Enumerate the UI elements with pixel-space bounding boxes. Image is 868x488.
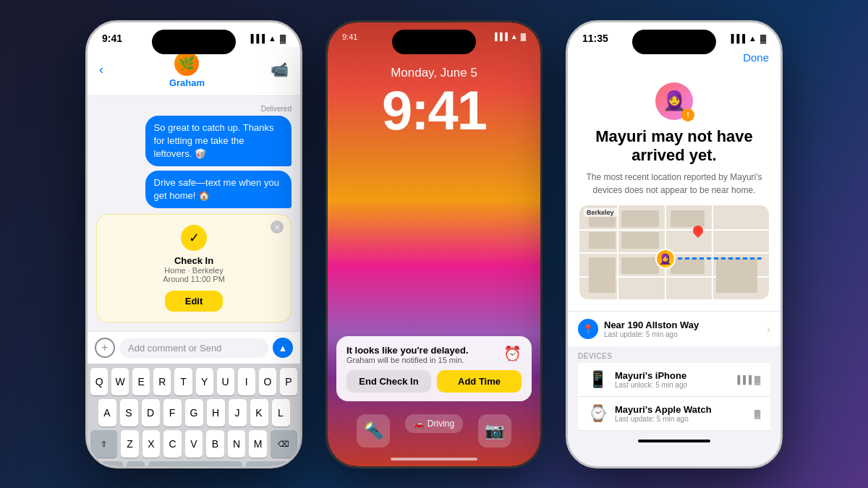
dynamic-island-2	[392, 30, 476, 54]
key-e[interactable]: E	[132, 368, 150, 395]
map-block	[621, 210, 659, 227]
key-delete[interactable]: ⌫	[271, 430, 297, 458]
device-watch-status: Last update: 5 min ago	[615, 415, 747, 423]
ls-battery-icon: ▓	[521, 33, 526, 40]
key-emoji[interactable]: ☺	[127, 461, 145, 466]
contact-name[interactable]: Graham	[169, 77, 205, 88]
phone-lockscreen: 9:41 ▐▐▐ ▲ ▓ Monday, June 5 9:41 It look…	[326, 20, 542, 468]
notification-title: It looks like you're delayed.	[346, 345, 469, 356]
device-row-iphone: 📱 Mayuri's iPhone Last unlock: 5 min ago…	[578, 363, 770, 397]
delay-notification[interactable]: It looks like you're delayed. Graham wil…	[336, 336, 532, 401]
device-row-watch: ⌚ Mayuri's Apple Watch Last update: 5 mi…	[578, 397, 770, 431]
key-shift[interactable]: ⇧	[90, 430, 117, 458]
message-input[interactable]: Add comment or Send	[119, 338, 268, 358]
device-iphone-indicators: ▐▐▐ ▓	[735, 375, 760, 384]
add-attachment-button[interactable]: +	[95, 338, 115, 358]
key-j[interactable]: J	[229, 399, 247, 427]
keyboard-row-2: A S D F G H J K L	[90, 399, 297, 427]
key-f[interactable]: F	[163, 399, 182, 427]
device-watch-name: Mayuri's Apple Watch	[615, 404, 747, 415]
message-input-bar: + Add comment or Send ▲	[88, 331, 300, 364]
key-g[interactable]: G	[185, 399, 203, 427]
map-view[interactable]: 🧕 Berkeley	[579, 205, 769, 299]
back-button[interactable]: ‹	[99, 62, 103, 77]
key-z[interactable]: Z	[121, 430, 139, 458]
card-close-button[interactable]: ✕	[271, 221, 284, 234]
device-iphone-status: Last unlock: 5 min ago	[615, 381, 728, 389]
notification-subtitle: Graham will be notified in 15 min.	[346, 356, 469, 364]
p3-home-indicator	[568, 434, 780, 447]
contact-info: 🌿 Graham	[169, 51, 205, 88]
done-button[interactable]: Done	[743, 51, 769, 64]
contact-avatar: 🌿	[174, 51, 199, 76]
key-x[interactable]: X	[142, 430, 161, 458]
lockscreen-status-icons: ▐▐▐ ▲ ▓	[493, 33, 526, 40]
key-s[interactable]: S	[120, 399, 138, 427]
status-time-1: 9:41	[102, 33, 122, 44]
card-location: Home · Berkeley	[107, 266, 281, 275]
dock-driving-button[interactable]: 🚗 Driving	[405, 414, 463, 448]
key-u[interactable]: U	[217, 368, 234, 395]
key-i[interactable]: I	[238, 368, 255, 395]
key-h[interactable]: H	[207, 399, 225, 427]
warning-badge: !	[681, 108, 694, 121]
wifi-icon-3: ▲	[749, 34, 757, 43]
device-iphone-name: Mayuri's iPhone	[615, 370, 728, 381]
key-a[interactable]: A	[98, 399, 116, 427]
checkin-alert-body: 🧕 ! Mayuri may not have arrived yet. The…	[568, 71, 780, 312]
messages-header: ‹ 🌿 Graham 📹	[88, 47, 300, 96]
key-t[interactable]: T	[174, 368, 192, 395]
battery-small-icon: ▓	[754, 375, 760, 384]
map-block	[621, 232, 659, 249]
dynamic-island-1	[152, 30, 236, 54]
card-time: Around 11:00 PM	[107, 275, 281, 283]
key-q[interactable]: Q	[90, 368, 108, 395]
map-block	[671, 257, 705, 274]
device-watch-indicators: ▓	[754, 409, 760, 418]
add-time-button[interactable]: Add Time	[437, 370, 522, 393]
lockscreen-time: 9:41	[328, 83, 540, 138]
notification-header: It looks like you're delayed. Graham wil…	[346, 345, 522, 364]
keyboard-row-1: Q W E R T Y U I O P	[90, 368, 297, 395]
mayuri-avatar: 🧕 !	[655, 82, 693, 120]
signal-icon-3: ▐▐▐	[728, 34, 745, 43]
video-call-icon[interactable]: 📹	[271, 61, 289, 78]
key-l[interactable]: L	[272, 399, 290, 427]
device-watch-text: Mayuri's Apple Watch Last update: 5 min …	[615, 404, 747, 423]
key-numbers[interactable]: 123	[98, 461, 123, 466]
watch-icon: ⌚	[588, 404, 608, 423]
phone-checkin-alert: 11:35 ▐▐▐ ▲ ▓ Done 🧕 ! Mayuri may not ha…	[566, 20, 783, 468]
wifi-bars-icon: ▐▐▐	[735, 375, 752, 384]
lockscreen-date: Monday, June 5	[328, 66, 540, 80]
map-block	[716, 257, 758, 293]
message-bubble-1: So great to catch up. Thanks for letting…	[145, 116, 292, 167]
key-m[interactable]: M	[249, 430, 267, 458]
status-time-3: 11:35	[582, 33, 608, 44]
key-w[interactable]: W	[111, 368, 129, 395]
key-o[interactable]: O	[259, 368, 276, 395]
key-space[interactable]: space	[148, 461, 242, 466]
location-subtitle: Last update: 5 min ago	[604, 330, 761, 338]
location-row[interactable]: 📍 Near 190 Allston Way Last update: 5 mi…	[568, 311, 780, 346]
key-b[interactable]: B	[206, 430, 224, 458]
key-y[interactable]: Y	[196, 368, 213, 395]
key-return[interactable]: return	[246, 461, 289, 466]
end-checkin-button[interactable]: End Check In	[346, 370, 431, 393]
map-label: Berkeley	[584, 208, 617, 217]
notification-text: It looks like you're delayed. Graham wil…	[346, 345, 469, 364]
key-n[interactable]: N	[228, 430, 246, 458]
key-d[interactable]: D	[142, 399, 160, 427]
map-block	[621, 257, 659, 274]
card-edit-button[interactable]: Edit	[165, 291, 224, 312]
key-v[interactable]: V	[185, 430, 203, 458]
send-button[interactable]: ▲	[273, 338, 293, 358]
map-block	[671, 210, 705, 227]
key-r[interactable]: R	[153, 368, 171, 395]
ls-home-indicator	[328, 458, 540, 466]
dock-torch-button[interactable]: 🔦	[357, 414, 390, 448]
dock-camera-button[interactable]: 📷	[478, 414, 511, 448]
location-text: Near 190 Allston Way Last update: 5 min …	[604, 320, 761, 338]
key-p[interactable]: P	[280, 368, 297, 395]
key-c[interactable]: C	[163, 430, 182, 458]
key-k[interactable]: K	[250, 399, 268, 427]
